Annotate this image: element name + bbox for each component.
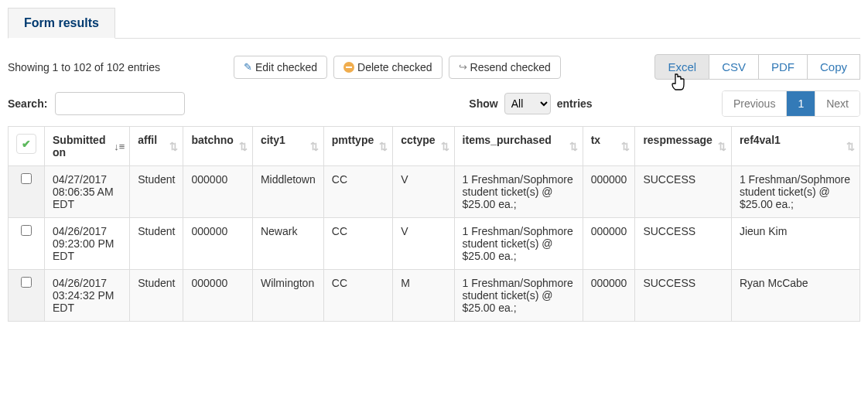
cell-ref4val1: 1 Freshman/Sophmore student ticket(s) @ …	[731, 166, 859, 218]
sort-icon: ⇅	[310, 141, 319, 152]
table-row: 04/27/2017 08:06:35 AM EDTStudent000000M…	[9, 166, 860, 218]
export-copy-button[interactable]: Copy	[808, 54, 860, 80]
cell-submitted-on: 04/26/2017 09:23:00 PM EDT	[45, 218, 130, 270]
sort-icon: ⇅	[441, 141, 449, 152]
cell-cctype: V	[393, 166, 454, 218]
cell-items-purchased: 1 Freshman/Sophmore student ticket(s) @ …	[454, 166, 583, 218]
sort-desc-icon: ↓≡	[114, 141, 125, 152]
tab-form-results[interactable]: Form results	[8, 8, 115, 39]
column-tx[interactable]: tx⇅	[583, 127, 635, 166]
column-items-purchased[interactable]: items_purchased⇅	[454, 127, 583, 166]
pagination-page-1[interactable]: 1	[787, 91, 815, 116]
column-respmessage[interactable]: respmessage⇅	[635, 127, 732, 166]
export-button-group: Excel CSV PDF Copy	[654, 54, 860, 80]
delete-checked-button[interactable]: Delete checked	[333, 56, 443, 79]
show-entries-select[interactable]: All	[504, 93, 551, 114]
row-checkbox-cell	[9, 270, 45, 322]
cell-cctype: V	[393, 218, 454, 270]
row-checkbox-cell	[9, 166, 45, 218]
sort-icon: ⇅	[718, 141, 726, 152]
cell-city1: Newark	[252, 218, 323, 270]
cell-pmttype: CC	[323, 166, 392, 218]
cell-pmttype: CC	[323, 270, 392, 322]
sort-icon: ⇅	[239, 141, 248, 152]
pagination-next[interactable]: Next	[815, 91, 859, 116]
cell-items-purchased: 1 Freshman/Sophmore student ticket(s) @ …	[454, 270, 583, 322]
row-checkbox[interactable]	[21, 173, 32, 184]
column-city1[interactable]: city1⇅	[252, 127, 323, 166]
cell-ref4val1: Ryan McCabe	[731, 270, 859, 322]
row-checkbox[interactable]	[21, 225, 32, 236]
cell-affil: Student	[130, 218, 183, 270]
export-excel-button[interactable]: Excel	[654, 54, 709, 80]
cell-city1: Middletown	[252, 166, 323, 218]
cell-affil: Student	[130, 166, 183, 218]
entries-info: Showing 1 to 102 of 102 entries	[8, 61, 160, 73]
table-row: 04/26/2017 03:24:32 PM EDTStudent000000W…	[9, 270, 860, 322]
search-label: Search:	[8, 97, 47, 110]
minus-circle-icon	[343, 62, 354, 73]
row-checkbox-cell	[9, 218, 45, 270]
pencil-icon: ✎	[244, 61, 252, 73]
cell-pmttype: CC	[323, 218, 392, 270]
export-pdf-button[interactable]: PDF	[759, 54, 808, 80]
cell-ref4val1: Jieun Kim	[731, 218, 859, 270]
cell-city1: Wilmington	[252, 270, 323, 322]
cell-affil: Student	[130, 270, 183, 322]
cell-submitted-on: 04/26/2017 03:24:32 PM EDT	[45, 270, 130, 322]
sort-icon: ⇅	[621, 141, 630, 152]
cell-tx: 000000	[583, 166, 635, 218]
cell-tx: 000000	[583, 218, 635, 270]
show-label-pre: Show	[469, 97, 497, 110]
cell-batchno: 000000	[183, 218, 252, 270]
cell-cctype: M	[393, 270, 454, 322]
column-cctype[interactable]: cctype⇅	[393, 127, 454, 166]
delete-checked-label: Delete checked	[357, 61, 432, 73]
cell-tx: 000000	[583, 270, 635, 322]
sort-icon: ⇅	[169, 141, 178, 152]
show-label-post: entries	[557, 97, 593, 110]
sort-icon: ⇅	[569, 141, 578, 152]
column-ref4val1[interactable]: ref4val1⇅	[731, 127, 859, 166]
cell-items-purchased: 1 Freshman/Sophmore student ticket(s) @ …	[454, 218, 583, 270]
cell-batchno: 000000	[183, 270, 252, 322]
cell-respmessage: SUCCESS	[635, 166, 732, 218]
cell-submitted-on: 04/27/2017 08:06:35 AM EDT	[45, 166, 130, 218]
resend-checked-button[interactable]: ↪ Resend checked	[449, 56, 561, 79]
cell-batchno: 000000	[183, 166, 252, 218]
cell-respmessage: SUCCESS	[635, 218, 732, 270]
resend-checked-label: Resend checked	[470, 61, 551, 73]
sort-icon: ⇅	[379, 141, 388, 152]
export-csv-button[interactable]: CSV	[709, 54, 759, 80]
edit-checked-button[interactable]: ✎ Edit checked	[234, 56, 327, 79]
redo-icon: ↪	[459, 61, 467, 73]
sort-icon: ⇅	[846, 141, 855, 152]
cell-respmessage: SUCCESS	[635, 270, 732, 322]
check-all-button[interactable]: ✔	[16, 134, 36, 154]
pagination-previous[interactable]: Previous	[723, 91, 787, 116]
tab-header: Form results	[8, 8, 860, 39]
table-row: 04/26/2017 09:23:00 PM EDTStudent000000N…	[9, 218, 860, 270]
column-submitted-on[interactable]: Submitted on↓≡	[45, 127, 130, 166]
column-pmttype[interactable]: pmttype⇅	[323, 127, 392, 166]
edit-checked-label: Edit checked	[255, 61, 317, 73]
column-checkbox: ✔	[9, 127, 45, 166]
results-table: ✔ Submitted on↓≡ affil⇅ batchno⇅ city1⇅ …	[8, 126, 860, 322]
row-checkbox[interactable]	[21, 277, 32, 288]
column-affil[interactable]: affil⇅	[130, 127, 183, 166]
pagination: Previous 1 Next	[722, 90, 860, 117]
search-input[interactable]	[55, 92, 185, 115]
column-batchno[interactable]: batchno⇅	[183, 127, 252, 166]
